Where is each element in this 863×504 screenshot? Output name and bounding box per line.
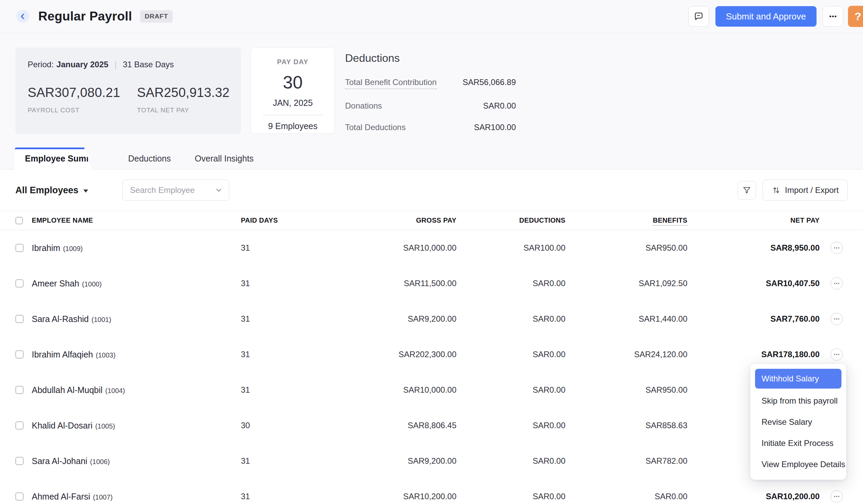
table-row[interactable]: Khalid Al-Dosari(1005) 30 SAR8,806.45 SA…: [15, 408, 848, 443]
table-row[interactable]: Abdullah Al-Muqbil(1004) 31 SAR10,000.00…: [15, 372, 848, 408]
import-export-button[interactable]: Import / Export: [763, 180, 848, 201]
employee-name: Khalid Al-Dosari(1005): [32, 421, 224, 431]
paid-days-cell: 31: [224, 279, 303, 288]
menu-item[interactable]: Skip from this payroll: [750, 390, 846, 412]
select-all-checkbox[interactable]: [15, 217, 23, 224]
row-actions-button[interactable]: [830, 348, 843, 361]
row-checkbox[interactable]: [15, 492, 24, 501]
table-row[interactable]: Sara Al-Rashid(1001) 31 SAR9,200.00 SAR0…: [15, 301, 848, 337]
deductions-summary-row: Donations SAR0.00: [345, 101, 516, 111]
filter-button[interactable]: [738, 181, 756, 200]
period-summary-card: Period:January 2025 | 31 Base Days SAR30…: [15, 48, 241, 134]
row-actions-button[interactable]: [830, 313, 843, 325]
tab[interactable]: Employee Summary: [15, 148, 92, 170]
column-header-benefits[interactable]: BENEFITS: [576, 216, 696, 224]
payroll-cost-label: PAYROLL COST: [28, 106, 137, 114]
top-section: Period:January 2025 | 31 Base Days SAR30…: [0, 0, 863, 170]
payroll-cost-value: SAR307,080.21: [28, 85, 137, 100]
employee-id: (1001): [91, 316, 111, 323]
status-badge: DRAFT: [140, 10, 172, 23]
table-row[interactable]: Sara Al-Johani(1006) 31 SAR9,200.00 SAR0…: [15, 443, 848, 479]
row-checkbox[interactable]: [15, 350, 24, 358]
submit-and-approve-button[interactable]: Submit and Approve: [715, 6, 816, 27]
row-checkbox[interactable]: [15, 315, 24, 323]
table-row[interactable]: Ibrahim Alfaqieh(1003) 31 SAR202,300.00 …: [15, 337, 848, 372]
benefits-cell: SAR1,092.50: [576, 279, 696, 288]
employee-id: (1007): [93, 493, 113, 501]
benefits-cell: SAR1,440.00: [576, 314, 696, 324]
gross-pay-cell: SAR9,200.00: [303, 314, 464, 324]
deductions-cell: SAR0.00: [464, 385, 576, 395]
tab-label: Employee Summary: [25, 154, 107, 164]
divider: [263, 115, 323, 115]
menu-item[interactable]: Revise Salary: [750, 412, 846, 433]
employee-scope-dropdown[interactable]: All Employees: [15, 185, 88, 196]
paid-days-cell: 30: [224, 421, 303, 430]
employee-id: (1006): [90, 458, 110, 465]
tab[interactable]: Overall Insights: [195, 148, 253, 169]
row-checkbox[interactable]: [15, 279, 24, 288]
employee-name: Ibrahim Alfaqieh(1003): [32, 350, 224, 360]
table-toolbar: All Employees Import / Export: [0, 170, 863, 211]
table-row[interactable]: Ahmed Al-Farsi(1007) 31 SAR10,200.00 SAR…: [15, 479, 848, 504]
paid-days-cell: 31: [224, 350, 303, 359]
deductions-cell: SAR100.00: [464, 243, 576, 253]
menu-item[interactable]: Initiate Exit Process: [750, 433, 846, 454]
caret-down-icon: [83, 189, 88, 192]
table-header-row: EMPLOYEE NAME PAID DAYS GROSS PAY DEDUCT…: [15, 211, 848, 230]
chevron-down-icon[interactable]: [215, 186, 223, 194]
paid-days-cell: 31: [224, 385, 303, 395]
period-prefix: Period:: [28, 60, 54, 69]
employee-id: (1004): [105, 387, 125, 394]
employee-name: Ameer Shah(1000): [32, 279, 224, 289]
employee-id: (1005): [95, 423, 115, 430]
back-button[interactable]: [16, 10, 29, 23]
paid-days-cell: 31: [224, 456, 303, 466]
benefits-cell: SAR950.00: [576, 243, 696, 253]
row-checkbox[interactable]: [15, 244, 24, 252]
gross-pay-cell: SAR10,200.00: [303, 492, 464, 501]
row-checkbox[interactable]: [15, 386, 24, 394]
deductions-cell: SAR0.00: [464, 350, 576, 359]
paid-days-cell: 31: [224, 243, 303, 253]
table-row[interactable]: Ibrahim(1009) 31 SAR10,000.00 SAR100.00 …: [15, 230, 848, 266]
row-actions-button[interactable]: [830, 490, 843, 503]
gross-pay-cell: SAR10,000.00: [303, 385, 464, 395]
import-export-label: Import / Export: [785, 186, 839, 195]
deductions-cell: SAR0.00: [464, 421, 576, 430]
tab[interactable]: Deductions: [128, 148, 171, 169]
gross-pay-cell: SAR11,500.00: [303, 279, 464, 288]
row-actions-button[interactable]: [830, 277, 843, 290]
menu-item[interactable]: View Employee Details: [750, 454, 846, 475]
tab-strip: Employee Summary Deductions Overall Insi…: [0, 148, 863, 170]
help-button[interactable]: ?: [848, 6, 863, 27]
menu-item[interactable]: Withhold Salary: [755, 369, 841, 389]
gross-pay-cell: SAR202,300.00: [303, 350, 464, 359]
deduction-label[interactable]: Total Benefit Contribution: [345, 77, 437, 89]
column-header-deductions: DEDUCTIONS: [464, 216, 576, 224]
comments-button[interactable]: [688, 6, 709, 27]
deduction-label[interactable]: Total Deductions: [345, 123, 405, 132]
deductions-cell: SAR0.00: [464, 492, 576, 501]
employee-name: Abdullah Al-Muqbil(1004): [32, 385, 224, 395]
row-actions-button[interactable]: [830, 242, 843, 254]
total-net-pay-value: SAR250,913.32: [137, 85, 246, 100]
column-header-employee-name: EMPLOYEE NAME: [32, 216, 224, 224]
deduction-label[interactable]: Donations: [345, 101, 382, 111]
table-row[interactable]: Ameer Shah(1000) 31 SAR11,500.00 SAR0.00…: [15, 266, 848, 301]
employee-name: Sara Al-Rashid(1001): [32, 314, 224, 324]
ellipsis-icon: [833, 244, 840, 251]
employee-name: Sara Al-Johani(1006): [32, 456, 224, 466]
import-export-icon: [772, 186, 781, 195]
tab-label: Deductions: [128, 154, 171, 164]
net-pay-cell: SAR7,760.00: [696, 314, 830, 324]
employee-name: Ibrahim(1009): [32, 243, 224, 253]
row-checkbox[interactable]: [15, 421, 24, 430]
tab-label: Overall Insights: [195, 154, 253, 164]
search-input[interactable]: [130, 186, 215, 195]
ellipsis-icon: [833, 315, 840, 322]
payday-label: PAY DAY: [251, 58, 335, 66]
employee-summary-panel: All Employees Import / Export: [0, 170, 863, 504]
more-options-button[interactable]: [823, 6, 843, 27]
row-checkbox[interactable]: [15, 457, 24, 465]
